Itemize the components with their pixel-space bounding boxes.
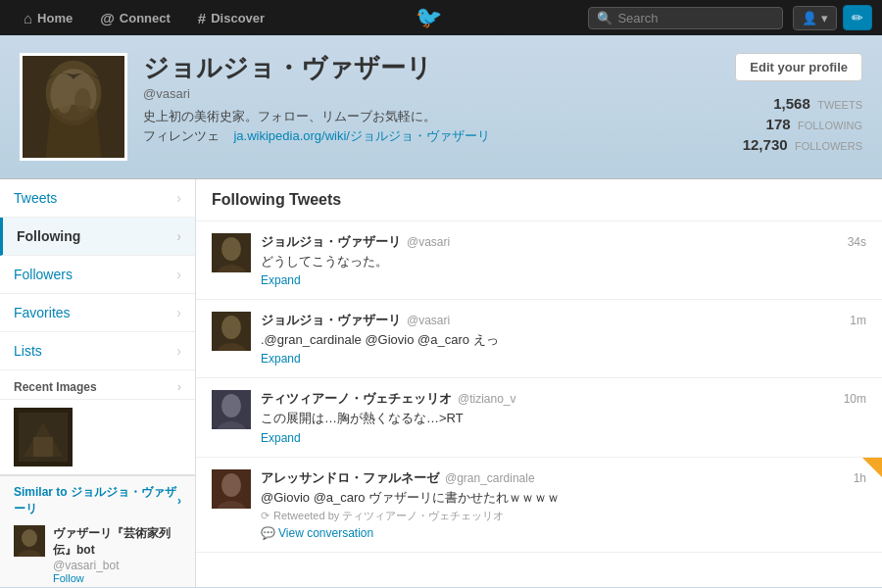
flagged-indicator <box>862 458 882 477</box>
chevron-right-icon: › <box>176 190 181 206</box>
hashtag-icon: # <box>198 10 206 26</box>
chevron-right-icon: › <box>176 343 181 359</box>
tweet-expand-2[interactable]: Expand <box>261 352 866 366</box>
view-conversation-label: View conversation <box>278 526 373 540</box>
nav-home[interactable]: ⌂ Home <box>10 0 86 35</box>
tweet-header-4: アレッサンドロ・ファルネーゼ @gran_cardinale 1h <box>261 469 866 487</box>
profile-stats: Edit your profile 1,568 TWEETS 178 FOLLO… <box>706 53 862 153</box>
sidebar-item-favorites[interactable]: Favorites › <box>0 294 195 332</box>
recent-images-label: Recent Images <box>14 380 97 394</box>
following-label: FOLLOWING <box>798 120 862 131</box>
tweet-time-1: 34s <box>848 235 866 249</box>
profile-name: ジョルジョ・ヴァザーリ <box>143 53 690 83</box>
main-content: Tweets › Following › Followers › Favorit… <box>0 179 882 587</box>
following-stat: 178 FOLLOWING <box>766 116 862 132</box>
similar-user-1: ヴァザーリ『芸術家列伝』bot @vasari_bot Follow <box>14 525 181 584</box>
tweet-author-handle-1: @vasari <box>407 235 450 249</box>
tweet-time-2: 1m <box>850 314 866 327</box>
tweet-avatar-1[interactable] <box>212 233 251 272</box>
tweets-stat: 1,568 TWEETS <box>773 95 862 112</box>
tweet-body-1: ジョルジョ・ヴァザーリ @vasari 34s どうしてこうなった。 Expan… <box>261 233 866 287</box>
view-conversation-link[interactable]: 💬 View conversation <box>261 526 866 540</box>
svg-point-17 <box>221 394 241 417</box>
profile-wiki-link[interactable]: ja.wikipedia.org/wiki/ジョルジョ・ヴァザーリ <box>233 128 490 143</box>
retweet-info-4: ⟳ Retweeted by ティツィアーノ・ヴェチェッリオ <box>261 509 866 523</box>
tweet-body-4: アレッサンドロ・ファルネーゼ @gran_cardinale 1h @Giovi… <box>261 469 866 540</box>
profile-bio-line1: 史上初の美術史家。フォロー、リムーブお気軽に。 <box>143 107 690 126</box>
tweet-author-name-1: ジョルジョ・ヴァザーリ <box>261 233 401 251</box>
similar-section: Similar to ジョルジョ・ヴァザーリ › ヴァザーリ『芸術家列伝』bot… <box>0 474 195 587</box>
tweet-2: ジョルジョ・ヴァザーリ @vasari 1m .@gran_cardinale … <box>196 300 882 378</box>
followers-count: 12,730 <box>743 136 788 153</box>
tweet-author-handle-2: @vasari <box>407 314 450 327</box>
feed-title: Following Tweets <box>196 179 882 221</box>
sidebar: Tweets › Following › Followers › Favorit… <box>0 179 196 587</box>
edit-profile-button[interactable]: Edit your profile <box>735 53 862 81</box>
profile-bio-line2: フィレンツェ ja.wikipedia.org/wiki/ジョルジョ・ヴァザーリ <box>143 126 690 146</box>
svg-point-9 <box>22 529 37 547</box>
similar-info-1: ヴァザーリ『芸術家列伝』bot @vasari_bot Follow <box>53 525 181 584</box>
conversation-bubble-icon: 💬 <box>261 526 275 540</box>
tweet-author-handle-4: @gran_cardinale <box>445 471 535 485</box>
chevron-right-icon: › <box>177 380 181 394</box>
tweet-text-4: @Giovio @a_caro ヴァザーリに書かせたれｗｗｗｗ <box>261 489 866 507</box>
nav-discover[interactable]: # Discover <box>184 0 278 35</box>
tweet-expand-3[interactable]: Expand <box>261 431 866 445</box>
search-bar[interactable]: 🔍 <box>588 7 783 29</box>
svg-point-13 <box>221 237 241 261</box>
search-icon: 🔍 <box>597 11 612 25</box>
sidebar-item-following[interactable]: Following › <box>0 218 195 256</box>
svg-point-15 <box>221 316 241 339</box>
followers-label: FOLLOWERS <box>795 140 862 152</box>
recent-images-container <box>0 400 195 474</box>
compose-tweet-button[interactable]: ✏ <box>843 5 872 30</box>
tweet-avatar-2[interactable] <box>212 312 251 351</box>
chevron-right-icon: › <box>176 228 181 244</box>
profile-location: フィレンツェ <box>143 128 220 143</box>
profile-info: ジョルジョ・ヴァザーリ @vasari 史上初の美術史家。フォロー、リムーブお気… <box>143 53 690 145</box>
search-input[interactable] <box>617 11 774 25</box>
nav-home-label: Home <box>37 11 73 25</box>
retweet-icon: ⟳ <box>261 510 270 522</box>
sidebar-tweets-label: Tweets <box>14 190 57 206</box>
sidebar-item-tweets[interactable]: Tweets › <box>0 179 195 218</box>
avatar-image <box>23 56 124 158</box>
sidebar-item-lists[interactable]: Lists › <box>0 332 195 370</box>
nav-right-actions: 👤 ▾ ✏ <box>793 5 872 30</box>
follow-button-1[interactable]: Follow <box>53 572 181 584</box>
sidebar-lists-label: Lists <box>14 343 42 359</box>
top-navigation: ⌂ Home @ Connect # Discover 🐦 🔍 👤 ▾ ✏ <box>0 0 882 35</box>
tweet-avatar-3[interactable] <box>212 390 251 429</box>
profile-handle: @vasari <box>143 86 690 101</box>
tweets-count: 1,568 <box>773 95 810 112</box>
sidebar-favorites-label: Favorites <box>14 305 71 320</box>
tweet-expand-1[interactable]: Expand <box>261 273 866 287</box>
tweets-label: TWEETS <box>817 99 862 111</box>
tweet-author-handle-3: @tiziano_v <box>458 392 516 406</box>
followers-stat: 12,730 FOLLOWERS <box>743 136 862 153</box>
home-icon: ⌂ <box>24 10 32 26</box>
user-menu-button[interactable]: 👤 ▾ <box>793 6 837 30</box>
sidebar-item-followers[interactable]: Followers › <box>0 256 195 294</box>
similar-user-handle-1: @vasari_bot <box>53 559 181 572</box>
profile-header: ジョルジョ・ヴァザーリ @vasari 史上初の美術史家。フォロー、リムーブお気… <box>0 35 882 179</box>
tweet-text-2: .@gran_cardinale @Giovio @a_caro えっ <box>261 331 866 349</box>
nav-connect[interactable]: @ Connect <box>86 0 184 35</box>
sidebar-followers-label: Followers <box>14 267 73 282</box>
recent-images-section[interactable]: Recent Images › <box>0 370 195 400</box>
twitter-logo: 🐦 <box>416 5 442 30</box>
svg-point-4 <box>74 88 91 113</box>
tweet-author-name-3: ティツィアーノ・ヴェチェッリオ <box>261 390 452 408</box>
similar-avatar-1 <box>14 525 45 557</box>
retweet-label: Retweeted by ティツィアーノ・ヴェチェッリオ <box>273 509 504 523</box>
connect-icon: @ <box>100 10 115 26</box>
tweet-body-3: ティツィアーノ・ヴェチェッリオ @tiziano_v 10m この展開は…胸が熱… <box>261 390 866 444</box>
tweet-1: ジョルジョ・ヴァザーリ @vasari 34s どうしてこうなった。 Expan… <box>196 221 882 300</box>
recent-image-thumb[interactable] <box>14 408 73 466</box>
tweet-avatar-4[interactable] <box>212 469 251 509</box>
similar-section-title[interactable]: Similar to ジョルジョ・ヴァザーリ › <box>14 484 181 517</box>
svg-point-19 <box>221 473 241 497</box>
similar-user-name-1: ヴァザーリ『芸術家列伝』bot <box>53 525 181 559</box>
tweet-author-name-4: アレッサンドロ・ファルネーゼ <box>261 469 439 487</box>
nav-discover-label: Discover <box>211 11 265 25</box>
